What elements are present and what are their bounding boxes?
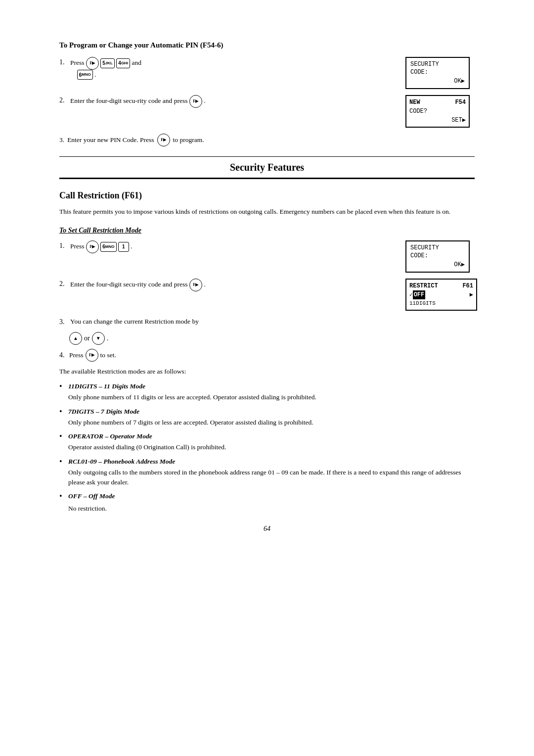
restrict-step4-suffix: to set. — [100, 350, 116, 360]
pin-step2-lcd: NEW F54 CODE? SET▶ — [405, 95, 470, 128]
restrict-nav-buttons: ▲ or ▼ . — [69, 332, 475, 345]
pin-step2: 2. Enter the four-digit secu-rity code a… — [59, 95, 398, 108]
lcd2-set: SET▶ — [451, 116, 466, 125]
lcd-ok-row: OK▶ — [410, 77, 465, 86]
mode-7digits-title: 7DIGITS – 7 Digits Mode — [68, 408, 139, 415]
key-6mno-r[interactable]: 6MNO — [100, 242, 116, 252]
restrict-step1-left: 1. Press F▶ 6MNO 1 . — [59, 240, 398, 258]
lcd-line1: SECURITY — [410, 60, 465, 69]
mode-11digits: 11DIGITS – 11 Digits Mode Only phone num… — [68, 381, 316, 403]
fn-button-3a[interactable]: F▶ — [157, 134, 170, 146]
mode-operator-title: OPERATOR – Operator Mode — [68, 432, 152, 440]
restrict-step4-prefix: Press — [69, 350, 84, 360]
fn-button-2a[interactable]: F▶ — [189, 95, 202, 108]
restrict-step1-num: 1. — [59, 240, 67, 251]
page-number: 64 — [59, 523, 475, 534]
mode-rcl: RCL01-09 – Phonebook Address Mode Only o… — [68, 457, 475, 488]
lcd2-f54: F54 — [455, 98, 466, 107]
restrict-step2-lcd-container: RESTRICT F61 ✓ OFF ▶ 11DIGITS — [405, 279, 475, 311]
mode-rcl-title: RCL01-09 – Phonebook Address Mode — [68, 458, 175, 465]
list-item: • OPERATOR – Operator Mode Operator assi… — [59, 431, 475, 453]
list-item: • OFF – Off Mode No restriction. — [59, 491, 475, 514]
list-item: • RCL01-09 – Phonebook Address Mode Only… — [59, 457, 475, 488]
mode-operator-desc: Operator assisted dialing (0 Origination… — [68, 442, 226, 452]
restrict-step4: 4. Press F▶ to set. — [59, 349, 475, 362]
mode-off-desc: No restriction. — [68, 504, 115, 514]
bullet-dot-1: • — [59, 381, 65, 391]
fn-button-r2[interactable]: F▶ — [189, 279, 202, 291]
bullet-dot-5: • — [59, 491, 65, 501]
restrict-step1: 1. Press F▶ 6MNO 1 . — [59, 240, 398, 253]
r-lcd-line1: SECURITY — [410, 244, 465, 252]
mode-11digits-title: 11DIGITS – 11 Digits Mode — [68, 382, 145, 390]
page-num-text: 64 — [264, 525, 270, 532]
list-item: • 11DIGITS – 11 Digits Mode Only phone n… — [59, 381, 475, 403]
pin-step3: 3. Enter your new PIN Code. Press F▶ to … — [59, 134, 475, 146]
list-item: • 7DIGITS – 7 Digits Mode Only phone num… — [59, 407, 475, 428]
r-lcd-ok-row: OK▶ — [410, 260, 465, 269]
fn-button-r1[interactable]: F▶ — [86, 240, 99, 253]
mode-7digits-desc: Only phone numbers of 7 digits or less a… — [68, 418, 313, 427]
key-5jkl[interactable]: 5JKL — [100, 58, 115, 68]
restrict-step1-text: Press F▶ 6MNO 1 . — [70, 240, 133, 253]
pin-step1-left: 1. Press F▶ 5JKL 4GHI and 6MNO . — [59, 57, 398, 85]
restrict-step2-row: 2. Enter the four-digit secu-rity code a… — [59, 279, 475, 311]
mode-rcl-desc: Only outgoing calls to the numbers store… — [68, 468, 475, 488]
pin-step1-text: Press F▶ 5JKL 4GHI and 6MNO . — [70, 57, 141, 80]
restrict-step2-lcd: RESTRICT F61 ✓ OFF ▶ 11DIGITS — [405, 279, 477, 311]
pin-step2-left: 2. Enter the four-digit secu-rity code a… — [59, 95, 398, 113]
lcd-line2: CODE: — [410, 68, 465, 77]
call-restriction-description: This feature permits you to impose vario… — [59, 206, 475, 217]
pin-step1: 1. Press F▶ 5JKL 4GHI and 6MNO . — [59, 57, 398, 80]
call-restriction-heading: Call Restriction (F61) — [59, 189, 475, 202]
lcd2-line1: NEW — [409, 98, 420, 107]
restrict-lcd-title: RESTRICT — [409, 282, 438, 290]
pin-section-title: To Program or Change your Automatic PIN … — [59, 40, 475, 51]
restrict-step3: 3. You can change the current Restrictio… — [59, 317, 475, 327]
restrict-step1-lcd-container: SECURITY CODE: OK▶ — [405, 240, 475, 273]
set-restriction-heading: To Set Call Restriction Mode — [59, 225, 475, 236]
mode-11digits-desc: Only phone numbers of 11 digits or less … — [68, 392, 316, 402]
restrict-lcd-header: RESTRICT F61 — [409, 282, 473, 290]
security-features-heading: Security Features — [59, 156, 475, 179]
mode-7digits: 7DIGITS – 7 Digits Mode Only phone numbe… — [68, 407, 313, 428]
key-4ghi[interactable]: 4GHI — [116, 58, 130, 68]
r-lcd-ok: OK▶ — [454, 260, 465, 269]
restrict-step2-num: 2. — [59, 279, 67, 289]
pin-step2-text: Enter the four-digit secu-rity code and … — [70, 95, 206, 108]
restrict-lcd-footer: 11DIGITS — [409, 299, 473, 308]
bullet-dot-4: • — [59, 457, 65, 466]
set-restriction-subsection: To Set Call Restriction Mode 1. Press F▶… — [59, 225, 475, 362]
up-button[interactable]: ▲ — [69, 332, 82, 345]
call-restriction-section: Call Restriction (F61) This feature perm… — [59, 189, 475, 514]
key-1-r[interactable]: 1 — [118, 242, 129, 252]
restrict-lcd-value: ✓ OFF ▶ — [409, 290, 473, 299]
restrict-step1-row: 1. Press F▶ 6MNO 1 . SECURITY CODE: — [59, 240, 475, 273]
page-content: To Program or Change your Automatic PIN … — [59, 40, 475, 534]
restrict-step1-lcd: SECURITY CODE: OK▶ — [405, 240, 470, 273]
step-number-3a: 3. — [59, 135, 64, 145]
step-number-1: 1. — [59, 57, 67, 67]
key-6mno[interactable]: 6MNO — [77, 70, 93, 80]
pin-step3-text: Enter your new PIN Code. Press — [67, 135, 154, 145]
down-button[interactable]: ▼ — [92, 332, 105, 345]
top-section: To Program or Change your Automatic PIN … — [59, 40, 475, 146]
fn-button-1[interactable]: F▶ — [86, 57, 99, 70]
pin-step2-lcd-container: NEW F54 CODE? SET▶ — [405, 95, 475, 128]
mode-operator: OPERATOR – Operator Mode Operator assist… — [68, 431, 226, 453]
bullet-dot-3: • — [59, 431, 65, 441]
bullet-dot-2: • — [59, 407, 65, 416]
pin-step1-lcd-container: SECURITY CODE: OK▶ — [405, 57, 475, 90]
restrict-step2-text: Enter the four-digit secu-rity code and … — [70, 279, 206, 291]
step-number-2a: 2. — [59, 95, 67, 105]
mode-off: OFF – Off Mode No restriction. — [68, 491, 115, 514]
restrict-step2: 2. Enter the four-digit secu-rity code a… — [59, 279, 398, 291]
fn-button-r4[interactable]: F▶ — [86, 349, 98, 362]
restrict-checkmark: ✓ — [409, 291, 413, 299]
pin-step2-row: 2. Enter the four-digit secu-rity code a… — [59, 95, 475, 128]
restrict-step4-num: 4. — [59, 350, 67, 360]
pin-step3-suffix: to program. — [173, 135, 204, 145]
lcd2-set-row: SET▶ — [409, 116, 466, 125]
pin-step1-row: 1. Press F▶ 5JKL 4GHI and 6MNO . SECURIT… — [59, 57, 475, 90]
restrict-lcd-f61: F61 — [462, 282, 473, 290]
